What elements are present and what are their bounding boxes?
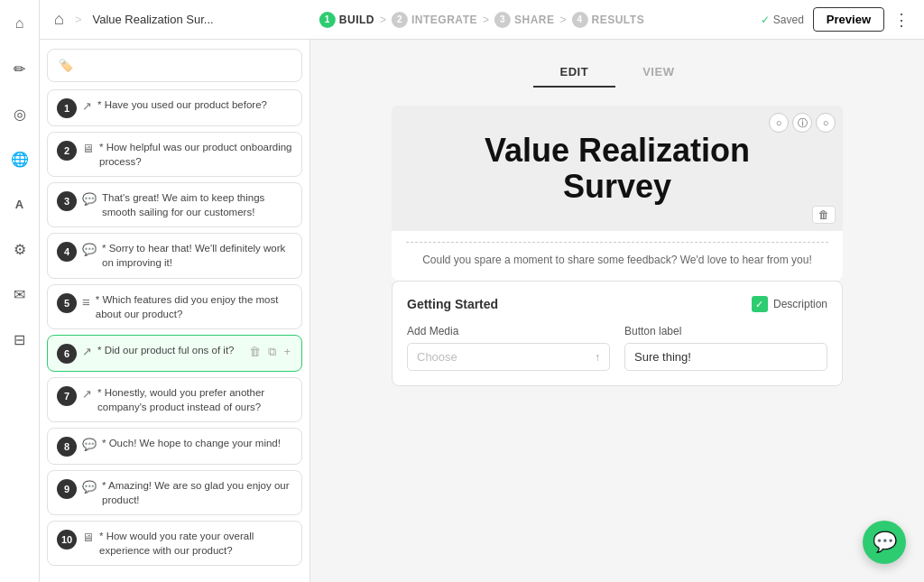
sidebar-item[interactable]: 3 💬 That's great! We aim to keep things …: [47, 182, 302, 227]
step-integrate[interactable]: 2 INTEGRATE: [392, 12, 477, 28]
item-text: * Sorry to hear that! We'll definitely w…: [102, 241, 292, 270]
draw-icon[interactable]: ✏: [5, 54, 34, 83]
survey-header-image: ○ ⓘ ○ Value Realization Survey 🗑: [392, 106, 843, 231]
item-number: 6: [57, 344, 77, 364]
add-item-icon[interactable]: +: [282, 343, 292, 361]
tab-edit[interactable]: EDIT: [533, 58, 616, 88]
mail-icon[interactable]: ✉: [5, 280, 34, 309]
header-right: ✓ Saved Preview ⋮: [761, 7, 910, 32]
gs-title: Getting Started: [407, 297, 498, 311]
header-control-1[interactable]: ○: [769, 113, 789, 133]
tab-view[interactable]: VIEW: [615, 58, 701, 88]
gear-icon[interactable]: ⚙: [5, 235, 34, 263]
survey-header-controls: ○ ⓘ ○: [769, 113, 836, 133]
sidebar-title-item[interactable]: 🏷️: [47, 49, 302, 82]
text-icon[interactable]: A: [5, 189, 34, 218]
sidebar-item[interactable]: 4 💬 * Sorry to hear that! We'll definite…: [47, 233, 302, 278]
sidebar-item[interactable]: 10 🖥 * How would you rate your overall e…: [47, 521, 302, 566]
saved-text: Saved: [773, 14, 804, 26]
sidebar: 🏷️ 1 ↗ * Have you used our product befor…: [40, 40, 310, 582]
item-number: 2: [57, 141, 77, 161]
header: ⌂ > Value Realization Sur... 1 BUILD > 2…: [40, 0, 924, 40]
button-label-input[interactable]: [624, 343, 827, 371]
globe-icon[interactable]: 🌐: [5, 144, 34, 173]
question-type-icon: ≡: [82, 294, 90, 309]
sidebar-item[interactable]: 5 ≡ * Which features did you enjoy the m…: [47, 284, 302, 329]
survey-divider: [406, 242, 828, 243]
item-text: * Ouch! We hope to change your mind!: [102, 436, 292, 450]
survey-title-line1: Value Realization: [410, 133, 825, 169]
saved-status: ✓ Saved: [761, 14, 804, 26]
survey-header-delete-icon[interactable]: 🗑: [812, 206, 836, 224]
chat-bubble[interactable]: 💬: [863, 521, 906, 564]
item-number: 9: [57, 479, 77, 499]
header-control-3[interactable]: ○: [816, 113, 836, 133]
target-icon[interactable]: ◎: [5, 99, 34, 128]
getting-started-section: Getting Started ✓ Description Add Media …: [392, 281, 843, 386]
steps-nav: 1 BUILD > 2 INTEGRATE > 3 SHARE > 4 RESU…: [319, 12, 644, 28]
step-integrate-num: 2: [392, 12, 408, 28]
item-number: 4: [57, 242, 77, 262]
header-home-icon[interactable]: ⌂: [54, 10, 64, 29]
item-text: * How helpful was our product onboarding…: [99, 140, 292, 169]
edit-view-tabs: EDIT VIEW: [337, 58, 897, 88]
main-layout: 🏷️ 1 ↗ * Have you used our product befor…: [40, 40, 924, 582]
item-text: That's great! We aim to keep things smoo…: [102, 190, 292, 219]
survey-title-line2: Survey: [410, 169, 825, 205]
button-label-field: Button label: [624, 325, 827, 371]
item-number: 3: [57, 191, 77, 211]
item-text: * How would you rate your overall experi…: [99, 529, 292, 558]
item-actions: 🗑 ⧉ +: [247, 343, 292, 361]
question-type-icon: 💬: [82, 480, 97, 494]
item-text: * Did our product ful ons of it?: [97, 343, 242, 357]
step-build-label: BUILD: [339, 14, 374, 26]
print-icon[interactable]: ⊟: [5, 325, 34, 354]
sidebar-item[interactable]: 2 🖥 * How helpful was our product onboar…: [47, 132, 302, 177]
item-text: * Have you used our product before?: [97, 97, 292, 112]
copy-item-icon[interactable]: ⧉: [266, 343, 278, 361]
add-media-input[interactable]: Choose ↑: [407, 343, 610, 371]
question-type-icon: ↗: [82, 387, 92, 401]
sidebar-item[interactable]: 1 ↗ * Have you used our product before?: [47, 89, 302, 126]
step-build[interactable]: 1 BUILD: [319, 12, 374, 28]
button-label-label: Button label: [624, 325, 827, 337]
item-text: * Honestly, would you prefer another com…: [97, 385, 292, 414]
step-results[interactable]: 4 RESULTS: [572, 12, 645, 28]
add-media-field: Add Media Choose ↑: [407, 325, 610, 371]
item-number: 7: [57, 386, 77, 406]
question-type-icon: ↗: [82, 99, 92, 113]
step-arrow-2: >: [483, 14, 489, 26]
sidebar-item[interactable]: 6 ↗ * Did our product ful ons of it? 🗑 ⧉…: [47, 335, 302, 372]
step-share-num: 3: [494, 12, 511, 28]
step-arrow-1: >: [380, 14, 386, 26]
gs-description-toggle: ✓ Description: [752, 296, 827, 312]
sidebar-item[interactable]: 8 💬 * Ouch! We hope to change your mind!: [47, 428, 302, 465]
delete-item-icon[interactable]: 🗑: [247, 343, 263, 361]
question-type-icon: 💬: [82, 438, 97, 451]
question-type-icon: 💬: [82, 192, 97, 206]
item-number: 5: [57, 293, 77, 313]
question-type-icon: ↗: [82, 345, 92, 358]
add-media-label: Add Media: [407, 325, 610, 337]
preview-button[interactable]: Preview: [813, 7, 884, 32]
item-number: 10: [57, 530, 77, 550]
gs-fields: Add Media Choose ↑ Button label: [407, 325, 827, 371]
item-text: * Amazing! We are so glad you enjoy our …: [102, 478, 292, 507]
header-control-info[interactable]: ⓘ: [792, 113, 812, 133]
add-media-placeholder: Choose: [417, 350, 457, 364]
step-results-label: RESULTS: [592, 14, 645, 26]
more-options-icon[interactable]: ⋮: [893, 10, 910, 30]
sidebar-item[interactable]: 9 💬 * Amazing! We are so glad you enjoy …: [47, 470, 302, 515]
item-number: 8: [57, 437, 77, 457]
breadcrumb-title: Value Realization Sur...: [92, 13, 213, 26]
gs-header: Getting Started ✓ Description: [407, 296, 827, 312]
content-area: EDIT VIEW ○ ⓘ ○ Value Realization Survey…: [310, 40, 924, 582]
question-type-icon: 🖥: [82, 531, 94, 544]
description-checkbox[interactable]: ✓: [752, 296, 768, 312]
sidebar-item[interactable]: 7 ↗ * Honestly, would you prefer another…: [47, 377, 302, 422]
upload-icon: ↑: [595, 351, 600, 364]
step-integrate-label: INTEGRATE: [411, 14, 477, 26]
home-icon[interactable]: ⌂: [5, 9, 34, 38]
step-build-num: 1: [319, 12, 336, 28]
step-share[interactable]: 3 SHARE: [494, 12, 555, 28]
